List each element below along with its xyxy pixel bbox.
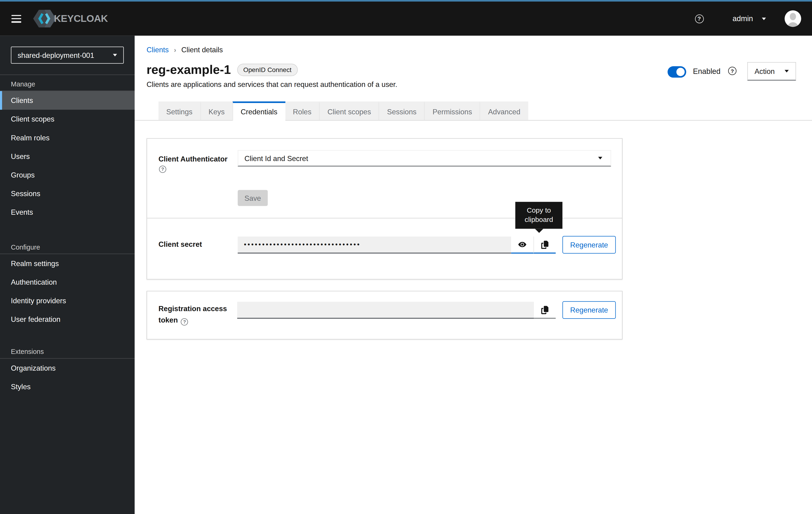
brand-text: KEYCLOAK	[54, 13, 108, 24]
tab-label: Permissions	[433, 108, 472, 116]
help-icon[interactable]: ?	[695, 14, 704, 23]
avatar-head	[790, 13, 796, 20]
page-title: reg-example-1	[146, 62, 231, 77]
nav-list-configure: Realm settingsAuthenticationIdentity pro…	[0, 254, 135, 329]
save-button[interactable]: Save	[238, 190, 268, 206]
tab[interactable]: Settings	[158, 101, 200, 120]
nav-item-label: Realm roles	[11, 133, 50, 142]
tab-bar: SettingsKeysCredentialsRolesClient scope…	[135, 101, 812, 121]
sidebar-nav-item[interactable]: Events	[0, 203, 135, 221]
page-description: Clients are applications and services th…	[146, 80, 397, 89]
breadcrumb-clients-link[interactable]: Clients	[146, 46, 169, 54]
nav-item-label: Users	[11, 152, 30, 160]
sidebar-nav-item[interactable]: Styles	[0, 377, 135, 396]
sidebar-nav-item[interactable]: Organizations	[0, 359, 135, 377]
nav-list-extensions: OrganizationsStyles	[0, 359, 135, 396]
registration-token-label-text: Registration access token	[158, 304, 227, 324]
tab[interactable]: Sessions	[379, 101, 424, 120]
nav-section-manage: Manage ClientsClient scopesRealm rolesUs…	[0, 75, 135, 221]
eye-icon	[518, 240, 527, 249]
action-dropdown-label: Action	[755, 67, 775, 75]
tab[interactable]: Credentials	[232, 101, 285, 121]
tab[interactable]: Keys	[200, 101, 232, 120]
action-dropdown[interactable]: Action	[747, 62, 796, 81]
nav-item-label: Styles	[11, 383, 31, 391]
nav-item-label: Events	[11, 208, 33, 216]
sidebar-nav-item[interactable]: Realm settings	[0, 254, 135, 273]
sidebar-nav-item[interactable]: Groups	[0, 166, 135, 184]
sidebar-nav-item[interactable]: Clients	[0, 91, 135, 110]
enabled-label: Enabled	[693, 67, 721, 76]
toggle-knob	[676, 68, 685, 76]
sidebar-nav-item[interactable]: Users	[0, 147, 135, 166]
tab-label: Advanced	[488, 108, 520, 116]
realm-name: shared-deployment-001	[18, 51, 94, 59]
sidebar: shared-deployment-001 Manage ClientsClie…	[0, 36, 135, 514]
tab[interactable]: Advanced	[480, 101, 528, 120]
copy-icon	[541, 306, 548, 314]
nav-item-label: Organizations	[11, 364, 56, 372]
help-icon[interactable]: ?	[159, 166, 166, 173]
breadcrumb-separator-icon: ›	[174, 46, 176, 54]
tab-label: Keys	[209, 108, 225, 116]
sidebar-nav-item[interactable]: Sessions	[0, 184, 135, 203]
registration-token-label: Registration access token?	[158, 303, 237, 326]
enabled-toggle[interactable]	[668, 66, 686, 78]
nav-section-title: Manage	[0, 75, 135, 91]
copy-token-button[interactable]	[534, 302, 556, 319]
help-icon[interactable]: ?	[728, 67, 736, 75]
nav-item-label: Client scopes	[11, 115, 54, 123]
tab[interactable]: Client scopes	[319, 101, 379, 120]
tab-label: Settings	[166, 108, 193, 116]
avatar[interactable]	[785, 10, 801, 27]
sidebar-nav-item[interactable]: Identity providers	[0, 292, 135, 310]
registration-token-input-group	[237, 302, 556, 319]
keycloak-logo-icon	[33, 9, 56, 29]
tab[interactable]: Roles	[285, 101, 319, 120]
client-secret-label: Client secret	[158, 240, 202, 248]
masthead-toolbar: ? admin	[695, 10, 812, 27]
nav-section-title: Configure	[0, 238, 135, 254]
selected-option: Client Id and Secret	[244, 154, 308, 162]
protocol-badge: OpenID Connect	[237, 64, 298, 76]
nav-toggle-icon[interactable]	[11, 14, 22, 22]
sidebar-nav-item[interactable]: Realm roles	[0, 128, 135, 147]
breadcrumb-current: Client details	[181, 46, 223, 54]
sidebar-nav-item[interactable]: Client scopes	[0, 110, 135, 128]
registration-token-card: Registration access token? Regenerate	[146, 291, 622, 339]
chevron-down-icon	[113, 54, 117, 57]
help-icon[interactable]: ?	[181, 319, 188, 326]
show-secret-button[interactable]	[511, 237, 533, 253]
username: admin	[732, 14, 753, 23]
registration-token-input[interactable]	[237, 302, 534, 319]
regenerate-token-button[interactable]: Regenerate	[562, 301, 616, 319]
client-secret-input[interactable]: ••••••••••••••••••••••••••••••••	[238, 237, 511, 253]
client-authenticator-label: Client Authenticator	[158, 155, 228, 163]
breadcrumb: Clients › Client details	[146, 46, 223, 54]
nav-list-manage: ClientsClient scopesRealm rolesUsersGrou…	[0, 91, 135, 221]
copy-secret-button[interactable]	[533, 237, 556, 253]
copy-to-clipboard-tooltip: Copy to clipboard	[515, 202, 562, 229]
tab-label: Roles	[293, 108, 312, 116]
nav-item-label: User federation	[11, 315, 60, 324]
nav-item-label: Clients	[11, 96, 33, 104]
sidebar-nav-item[interactable]: User federation	[0, 310, 135, 329]
nav-item-label: Authentication	[11, 278, 57, 286]
regenerate-secret-button[interactable]: Regenerate	[562, 236, 616, 254]
tab[interactable]: Permissions	[424, 101, 480, 120]
sidebar-nav-item[interactable]: Authentication	[0, 273, 135, 292]
main-content: Clients › Client details reg-example-1 O…	[135, 36, 812, 514]
chevron-down-icon	[785, 70, 789, 72]
nav-item-label: Realm settings	[11, 259, 59, 268]
nav-section-configure: Configure Realm settingsAuthenticationId…	[0, 238, 135, 329]
page-header: reg-example-1 OpenID Connect	[146, 62, 298, 77]
tab-label: Client scopes	[327, 108, 371, 116]
keycloak-logo: KEYCLOAK	[33, 9, 108, 29]
client-authenticator-select[interactable]: Client Id and Secret	[238, 150, 611, 167]
realm-switcher[interactable]: shared-deployment-001	[11, 47, 124, 63]
client-secret-input-group: ••••••••••••••••••••••••••••••••	[238, 237, 556, 253]
masthead: KEYCLOAK ? admin	[0, 0, 812, 36]
nav-section-extensions: Extensions OrganizationsStyles	[0, 342, 135, 396]
tab-label: Credentials	[241, 108, 278, 116]
user-menu[interactable]: admin	[732, 14, 766, 23]
